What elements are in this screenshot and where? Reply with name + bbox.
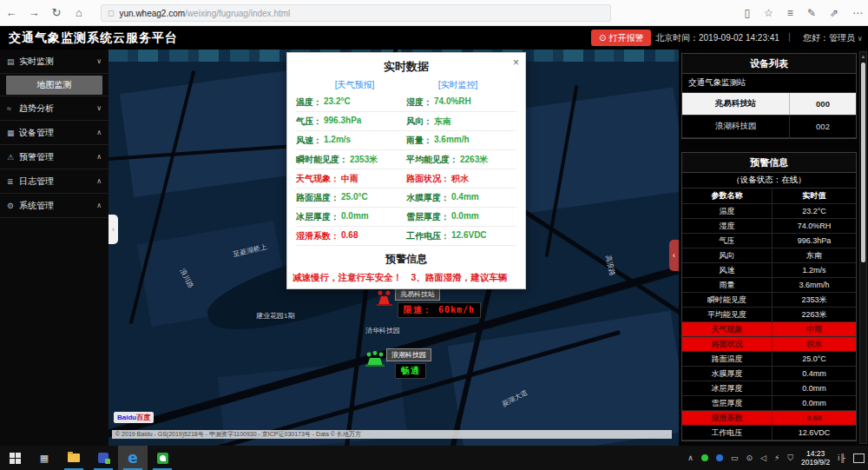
tray-volume-icon[interactable]: ◁ <box>760 453 766 462</box>
web-note-icon[interactable]: ✎ <box>807 7 816 19</box>
action-center-icon[interactable] <box>853 453 865 463</box>
sidebar-item-trend-analysis[interactable]: ≈ 趋势分析 ∨ <box>0 96 108 121</box>
warning-table-row: 湿度 74.0%RH <box>682 219 856 234</box>
col-realtime-value: 实时值 <box>773 189 856 203</box>
log-icon: ≣ <box>7 177 19 186</box>
map-attribution: © 2019 Baidu - GS(2019)5218号 - 甲测资字11009… <box>112 430 672 439</box>
close-icon[interactable]: × <box>513 56 519 69</box>
param-value: 12.6VDC <box>773 426 856 440</box>
device-row[interactable]: 浪潮科技园 002 <box>682 116 856 138</box>
edge-browser-button[interactable]: e <box>118 446 148 470</box>
screen: ← → ↻ ⌂ ◻ yun.wheag2.com /weixing/fugrua… <box>0 0 868 470</box>
right-scrollbar[interactable]: ▲ <box>859 51 867 444</box>
param-value: 12.6VDC <box>451 230 487 242</box>
sidebar-collapse-handle[interactable]: ‹ <box>108 215 118 244</box>
user-menu[interactable]: 您好：管理员 ∨ <box>803 32 863 44</box>
warning-table-row: 雪层厚度 0.0mm <box>682 396 856 411</box>
file-explorer-button[interactable] <box>59 446 89 470</box>
favorites-star-icon[interactable]: ☆ <box>764 7 773 19</box>
forward-icon[interactable]: → <box>23 6 45 19</box>
windows-logo-icon <box>10 453 21 464</box>
map-street-label: 高浪路 <box>603 255 617 277</box>
tray-green-icon[interactable] <box>701 454 708 461</box>
start-button[interactable] <box>0 446 30 470</box>
warning-info-title: 预警信息 <box>287 252 525 267</box>
url-domain: yun.wheag2.com <box>119 9 185 18</box>
clock[interactable]: 14:23 2019/9/2 <box>801 449 830 467</box>
input-method-icon[interactable]: ⅰ╟ <box>838 453 845 462</box>
param-value: 996.3hPa <box>773 234 856 248</box>
map-street-label: 清华科技园 <box>365 326 400 335</box>
sidebar-item-device-mgmt[interactable]: ▦ 设备管理 ∧ <box>0 121 108 145</box>
param-value: 3.6mm/h <box>773 278 856 292</box>
modal-data-row: 温度： 23.2°C 湿度： 74.0%RH <box>296 93 516 112</box>
param-value: 25.0°C <box>341 192 368 204</box>
param-label: 雪层厚度： <box>406 211 450 223</box>
sidebar-subitem-wrap: 地图监测 <box>0 74 108 96</box>
browser-toolbar: ← → ↻ ⌂ ◻ yun.wheag2.com /weixing/fugrua… <box>0 0 868 26</box>
realtime-data-modal: 实时数据 × [天气预报] [实时监控] 温度： 23.2°C 湿度： 74.0… <box>286 52 526 289</box>
marker-label-red[interactable]: 兆易科技站 <box>395 288 440 301</box>
device-code: 000 <box>790 93 856 115</box>
share-icon[interactable]: ⇗ <box>830 7 838 19</box>
modal-data-row: 天气现象： 中雨 路面状况： 积水 <box>296 169 516 189</box>
param-value: 东南 <box>773 248 856 262</box>
sidebar-subitem-map-monitor[interactable]: 地图监测 <box>6 76 102 95</box>
home-icon[interactable]: ⌂ <box>68 6 90 19</box>
param-value: 0.68 <box>773 411 856 425</box>
tray-magnifier-icon[interactable]: ⊙ <box>746 453 753 462</box>
param-name: 雪层厚度 <box>682 396 773 410</box>
sidebar-item-realtime-monitor[interactable]: ▤ 实时监测 ∨ <box>0 50 108 74</box>
green-app-button[interactable] <box>148 446 177 470</box>
sidebar-item-system-mgmt[interactable]: ⚙ 系统管理 ∧ <box>0 194 108 218</box>
warning-table-row: 平均能见度 2263米 <box>682 308 856 322</box>
open-alarm-button[interactable]: ⊙ 打开报警 <box>591 30 651 46</box>
param-value: 23.2°C <box>324 96 351 109</box>
param-value: 东南 <box>434 116 451 128</box>
reading-view-icon[interactable]: ▯ <box>744 7 750 19</box>
device-row[interactable]: 兆易科技站 000 <box>682 93 856 116</box>
warning-table-row: 瞬时能见度 2353米 <box>682 293 856 308</box>
station-icon-green <box>365 350 385 367</box>
rightbar-collapse-handle[interactable]: ‹ <box>669 240 679 271</box>
refresh-icon[interactable]: ↻ <box>45 6 68 19</box>
app-header: 交通气象监测系统云服务平台 ⊙ 打开报警 北京时间：2019-09-02 14:… <box>0 26 868 50</box>
tray-battery-icon[interactable]: ▭ <box>731 453 739 462</box>
map-marker-station-red[interactable] <box>376 289 393 310</box>
more-icon[interactable]: ⋯ <box>852 7 863 19</box>
modal-data-row: 瞬时能见度： 2353米 平均能见度： 2263米 <box>296 150 516 169</box>
system-tray: ∧ ▭ ⊙ ◁ ⚡ ⛉ 14:23 2019/9/2 ⅰ╟ <box>687 446 865 470</box>
device-group-label[interactable]: 交通气象监测站 <box>682 74 856 93</box>
param-value: 0.0mm <box>773 396 856 410</box>
tray-chevron-icon[interactable]: ∧ <box>687 453 694 462</box>
tray-shield-icon[interactable]: ⛉ <box>787 453 793 463</box>
realtime-video-link[interactable]: [实时监控] <box>438 79 478 91</box>
warning-table-row: 水膜厚度 0.4mm <box>682 367 856 381</box>
param-name: 天气现象 <box>682 322 773 336</box>
param-value: 0.0mm <box>773 381 856 395</box>
scrollbar-thumb[interactable] <box>861 63 865 262</box>
task-view-button[interactable]: ▦ <box>30 446 59 470</box>
address-bar[interactable]: ◻ yun.wheag2.com /weixing/fugruag/index.… <box>101 4 611 22</box>
sidebar-item-log-mgmt[interactable]: ≣ 日志管理 ∧ <box>0 169 108 194</box>
scroll-up-icon[interactable]: ▲ <box>860 52 866 61</box>
blue-app-button[interactable] <box>89 446 118 470</box>
modal-data-row: 冰层厚度： 0.0mm 雪层厚度： 0.0mm <box>296 208 516 227</box>
page-icon: ◻ <box>108 9 114 17</box>
param-name: 气压 <box>682 234 773 248</box>
tray-blue-icon[interactable] <box>716 454 723 461</box>
hub-icon[interactable]: ≡ <box>787 7 793 19</box>
marker-label-green[interactable]: 浪潮科技园 <box>386 348 431 361</box>
param-label: 气压： <box>296 116 322 128</box>
sidebar-item-warning-mgmt[interactable]: ⚠ 预警管理 ∧ <box>0 145 108 169</box>
param-name: 冰层厚度 <box>682 381 773 395</box>
map-block <box>448 311 679 446</box>
map-marker-station-green[interactable] <box>365 350 385 371</box>
back-icon[interactable]: ← <box>0 6 23 19</box>
tray-usb-icon[interactable]: ⚡ <box>774 453 779 462</box>
param-label: 湿滑系数： <box>296 230 339 242</box>
param-value: 0.4mm <box>451 192 479 204</box>
chevron-down-icon: ∨ <box>96 104 102 112</box>
param-value: 3.6mm/h <box>434 135 470 147</box>
weather-forecast-link[interactable]: [天气预报] <box>335 79 375 91</box>
